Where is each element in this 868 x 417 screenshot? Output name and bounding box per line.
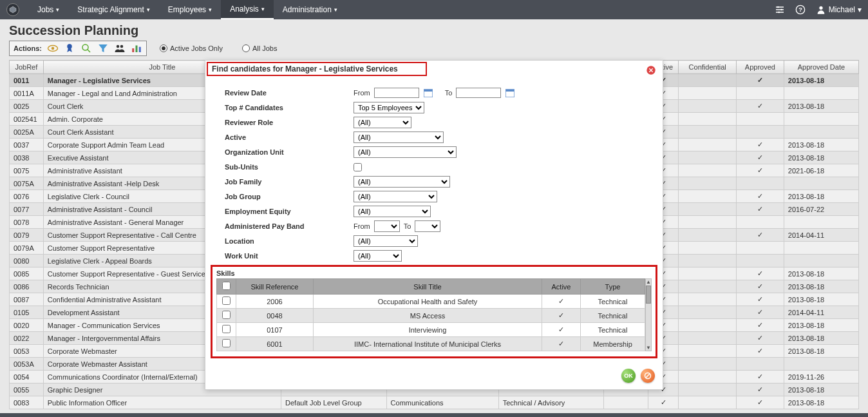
svg-point-1 <box>777 6 779 8</box>
review-date-to-input[interactable] <box>456 88 501 98</box>
svg-point-8 <box>52 47 55 50</box>
scroll-up-icon[interactable]: ▲ <box>646 279 651 285</box>
svg-text:?: ? <box>798 6 802 13</box>
job-filter-radios: Active Jobs Only All Jobs <box>160 44 277 52</box>
filter-icon[interactable] <box>97 43 109 54</box>
svg-marker-0 <box>10 6 16 13</box>
chart-icon[interactable] <box>131 43 142 54</box>
svg-point-3 <box>778 12 780 14</box>
actions-toolbar: Actions: <box>9 41 147 56</box>
svg-point-12 <box>117 45 120 48</box>
emp-equity-label: Employment Equity <box>225 208 354 215</box>
skill-row[interactable]: 6001IIMC- International Institute of Mun… <box>217 337 645 351</box>
skill-checkbox[interactable] <box>222 339 231 347</box>
group-icon[interactable] <box>114 43 126 54</box>
skill-row[interactable]: 0107Interviewing✓Technical <box>217 323 645 337</box>
skill-checkbox[interactable] <box>222 296 231 305</box>
review-date-from-input[interactable] <box>374 88 419 98</box>
skills-column-header[interactable] <box>217 279 236 295</box>
nav-strategic-alignment[interactable]: Strategic Alignment▾ <box>68 0 158 19</box>
svg-rect-16 <box>139 47 141 52</box>
chevron-down-icon: ▾ <box>56 6 59 13</box>
skills-column-header[interactable]: Type <box>581 279 645 295</box>
job-group-label: Job Group <box>225 193 354 200</box>
settings-sliders-icon[interactable] <box>775 5 785 15</box>
column-header[interactable]: Approved Date <box>784 61 858 74</box>
table-row[interactable]: 0083Public Information OfficerDefault Jo… <box>10 396 859 409</box>
top-candidates-select[interactable]: Top 5 Employees <box>354 102 424 113</box>
emp-equity-select[interactable]: (All) <box>354 206 431 217</box>
svg-rect-15 <box>136 46 138 53</box>
dialog-title: Find candidates for Manager - Legislativ… <box>212 64 398 73</box>
find-candidates-dialog: Find candidates for Manager - Legislativ… <box>205 60 663 390</box>
scroll-thumb[interactable] <box>646 286 651 304</box>
review-date-label: Review Date <box>225 89 354 97</box>
to-label: To <box>445 89 453 97</box>
job-family-label: Job Family <box>225 178 354 186</box>
chevron-down-icon: ▾ <box>147 6 150 13</box>
skills-label: Skills <box>216 269 652 277</box>
select-all-skills[interactable] <box>222 282 231 290</box>
view-icon[interactable] <box>47 43 59 54</box>
calendar-icon[interactable] <box>505 88 515 98</box>
org-unit-select[interactable]: (All) <box>354 146 457 158</box>
skills-section: Skills Skill ReferenceSkill TitleActiveT… <box>211 265 657 358</box>
app-logo[interactable] <box>6 3 19 16</box>
sub-units-label: Sub-Units <box>225 163 354 171</box>
main-nav: Jobs▾Strategic Alignment▾Employees▾Analy… <box>28 0 346 19</box>
filter-active-jobs[interactable]: Active Jobs Only <box>160 44 223 52</box>
svg-line-23 <box>646 374 650 378</box>
skill-checkbox[interactable] <box>222 325 231 333</box>
sub-units-checkbox[interactable] <box>354 163 362 171</box>
nav-analysis[interactable]: Analysis▾ <box>221 0 274 19</box>
svg-point-9 <box>67 44 72 49</box>
location-select[interactable]: (All) <box>354 235 418 247</box>
job-group-select[interactable]: (All) <box>354 191 437 202</box>
skills-column-header[interactable]: Skill Title <box>314 279 542 295</box>
skill-row[interactable]: 2006Occupational Health and Safety✓Techn… <box>217 295 645 309</box>
column-header[interactable]: Approved <box>736 61 784 74</box>
skills-column-header[interactable]: Active <box>542 279 581 295</box>
chevron-down-icon: ▾ <box>261 6 265 12</box>
job-family-select[interactable]: (All) <box>354 176 450 188</box>
svg-rect-21 <box>506 90 514 92</box>
skills-scrollbar[interactable]: ▲ ▼ <box>645 278 652 351</box>
radio-icon <box>242 44 250 52</box>
search-icon[interactable] <box>80 43 92 54</box>
user-menu[interactable]: Michael ▾ <box>816 5 862 15</box>
active-label: Active <box>225 133 354 141</box>
skill-row[interactable]: 0048MS Access✓Technical <box>217 309 645 323</box>
from-label: From <box>354 89 370 97</box>
ok-button[interactable]: OK <box>621 369 636 383</box>
user-icon <box>816 5 826 15</box>
active-select[interactable]: (All) <box>354 131 444 143</box>
svg-point-2 <box>780 9 782 11</box>
column-header[interactable]: JobRef <box>10 61 44 74</box>
nav-employees[interactable]: Employees▾ <box>159 0 221 19</box>
svg-rect-14 <box>132 48 134 52</box>
nav-administration[interactable]: Administration▾ <box>274 0 346 19</box>
page-content: Succession Planning Actions: Active Jobs… <box>0 19 868 413</box>
chevron-down-icon: ▾ <box>209 6 212 13</box>
reviewer-role-select[interactable]: (All) <box>354 117 411 128</box>
scroll-down-icon[interactable]: ▼ <box>646 345 651 351</box>
calendar-icon[interactable] <box>423 88 433 98</box>
org-unit-label: Organization Unit <box>225 148 354 156</box>
pay-band-to-select[interactable] <box>415 220 440 232</box>
help-icon[interactable]: ? <box>795 5 806 15</box>
skill-checkbox[interactable] <box>222 311 231 319</box>
pay-band-label: Administered Pay Band <box>225 222 354 230</box>
cancel-button[interactable] <box>641 369 655 383</box>
work-unit-select[interactable]: (All) <box>354 250 402 262</box>
column-header[interactable]: Confidential <box>679 61 737 74</box>
location-label: Location <box>225 237 354 245</box>
svg-point-6 <box>819 6 822 10</box>
award-icon[interactable] <box>64 43 75 54</box>
skills-column-header[interactable]: Skill Reference <box>236 279 314 295</box>
pay-band-from-select[interactable] <box>374 220 400 232</box>
page-title: Succession Planning <box>9 23 859 38</box>
radio-icon <box>160 44 167 52</box>
filter-all-jobs[interactable]: All Jobs <box>242 44 278 52</box>
nav-jobs[interactable]: Jobs▾ <box>28 0 68 19</box>
close-button[interactable] <box>646 65 656 75</box>
